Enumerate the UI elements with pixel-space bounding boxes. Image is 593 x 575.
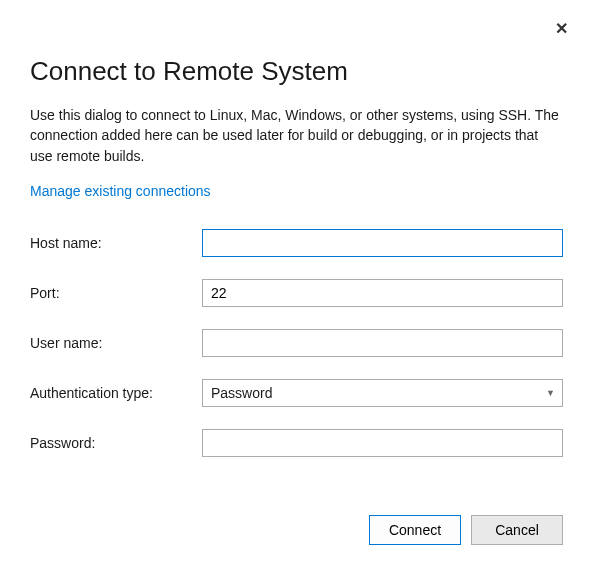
username-row: User name:	[30, 329, 563, 357]
connect-button[interactable]: Connect	[369, 515, 461, 545]
port-input[interactable]	[202, 279, 563, 307]
hostname-row: Host name:	[30, 229, 563, 257]
authtype-value: Password	[211, 385, 272, 401]
password-input[interactable]	[202, 429, 563, 457]
close-icon: ✕	[555, 19, 568, 38]
cancel-button[interactable]: Cancel	[471, 515, 563, 545]
connect-remote-dialog: ✕ Connect to Remote System Use this dial…	[0, 0, 593, 575]
manage-connections-link[interactable]: Manage existing connections	[30, 183, 211, 199]
hostname-label: Host name:	[30, 235, 202, 251]
close-button[interactable]: ✕	[551, 18, 571, 38]
username-input[interactable]	[202, 329, 563, 357]
username-label: User name:	[30, 335, 202, 351]
port-row: Port:	[30, 279, 563, 307]
authtype-row: Authentication type: Password ▼	[30, 379, 563, 407]
dialog-buttons: Connect Cancel	[369, 515, 563, 545]
port-label: Port:	[30, 285, 202, 301]
authtype-select[interactable]: Password	[202, 379, 563, 407]
hostname-input[interactable]	[202, 229, 563, 257]
dialog-title: Connect to Remote System	[30, 56, 563, 87]
connection-form: Host name: Port: User name: Authenticati…	[30, 229, 563, 457]
password-label: Password:	[30, 435, 202, 451]
password-row: Password:	[30, 429, 563, 457]
dialog-description: Use this dialog to connect to Linux, Mac…	[30, 105, 563, 166]
authtype-label: Authentication type:	[30, 385, 202, 401]
